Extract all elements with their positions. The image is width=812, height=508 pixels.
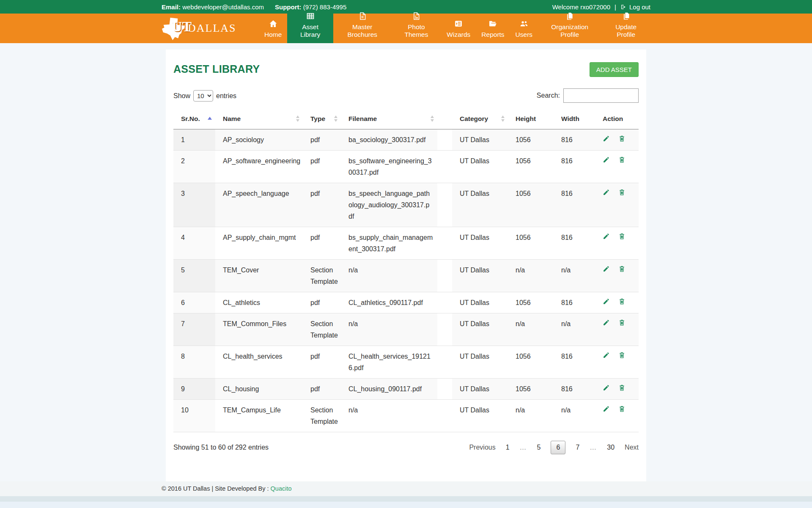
nav-item[interactable]: Asset Library bbox=[287, 14, 333, 43]
top-utility-bar: Email: webdeveloper@utdallas.comSupport:… bbox=[0, 0, 812, 14]
edit-button[interactable] bbox=[603, 189, 610, 196]
image-file-icon bbox=[412, 12, 420, 20]
table-info: Showing 51 to 60 of 292 entries bbox=[173, 444, 269, 451]
delete-button[interactable] bbox=[618, 189, 625, 196]
edit-button[interactable] bbox=[603, 135, 610, 142]
email-label: Email: bbox=[162, 3, 181, 11]
empty-cell bbox=[437, 400, 452, 432]
delete-button[interactable] bbox=[618, 405, 625, 412]
page-number[interactable]: 30 bbox=[607, 444, 614, 451]
table-icon bbox=[306, 12, 315, 20]
nav-item[interactable]: Reports bbox=[476, 14, 510, 43]
table-row: 1 AP_sociology pdf ba_sociology_300317.p… bbox=[173, 129, 639, 151]
delete-button[interactable] bbox=[618, 384, 625, 391]
nav-item[interactable]: Master Brochures bbox=[333, 14, 392, 43]
type-cell: Section Template bbox=[303, 260, 341, 292]
srno-cell: 4 bbox=[173, 227, 215, 260]
add-asset-button[interactable]: ADD ASSET bbox=[590, 62, 639, 77]
edit-button[interactable] bbox=[603, 384, 610, 391]
delete-button[interactable] bbox=[618, 298, 625, 305]
column-header[interactable]: Name bbox=[215, 109, 303, 129]
height-cell: 1056 bbox=[508, 346, 554, 379]
srno-cell: 5 bbox=[173, 260, 215, 292]
nav-item[interactable]: Organization Profile bbox=[538, 14, 601, 43]
column-header[interactable]: Width bbox=[554, 109, 595, 129]
search-input[interactable] bbox=[563, 88, 639, 103]
delete-button[interactable] bbox=[618, 135, 625, 142]
trash-icon bbox=[618, 298, 625, 305]
width-cell: 816 bbox=[554, 346, 595, 379]
delete-button[interactable] bbox=[618, 233, 625, 240]
column-header[interactable]: Height bbox=[508, 109, 554, 129]
page-number[interactable]: 6 bbox=[551, 441, 565, 454]
name-cell: TEM_Cover bbox=[215, 260, 303, 292]
action-cell bbox=[595, 227, 639, 260]
trash-icon bbox=[618, 156, 625, 163]
nav-item-label: Wizards bbox=[447, 31, 470, 38]
footer-divider bbox=[0, 496, 812, 502]
delete-button[interactable] bbox=[618, 156, 625, 163]
delete-button[interactable] bbox=[618, 265, 625, 272]
width-cell: 816 bbox=[554, 183, 595, 227]
delete-button[interactable] bbox=[618, 351, 625, 359]
page-number[interactable]: 1 bbox=[506, 444, 510, 451]
action-cell bbox=[595, 292, 639, 313]
logout-link[interactable]: Log out bbox=[620, 3, 650, 11]
edit-button[interactable] bbox=[603, 156, 610, 163]
name-cell: CL_athletics bbox=[215, 292, 303, 313]
next-button[interactable]: Next bbox=[625, 444, 639, 451]
utdallas-logo[interactable]: UT DALLAS bbox=[162, 14, 259, 43]
column-header[interactable]: Sr.No. bbox=[173, 109, 215, 129]
edit-button[interactable] bbox=[603, 298, 610, 305]
nav-item-label: Asset Library bbox=[293, 23, 328, 38]
trash-icon bbox=[618, 265, 625, 272]
height-cell: n/a bbox=[508, 400, 554, 432]
edit-button[interactable] bbox=[603, 319, 610, 326]
footer: © 2016 UT Dallas | Site Developed By : Q… bbox=[0, 481, 812, 496]
filename-cell: ba_sociology_300317.pdf bbox=[341, 129, 437, 151]
edit-button[interactable] bbox=[603, 265, 610, 272]
filename-cell: n/a bbox=[341, 260, 437, 292]
developer-link[interactable]: Quacito bbox=[271, 485, 292, 492]
edit-button[interactable] bbox=[603, 405, 610, 412]
nav-item-label: Master Brochures bbox=[339, 23, 386, 38]
category-cell: UT Dallas bbox=[452, 400, 508, 432]
main-area: ASSET LIBRARY ADD ASSET Show10entries Se… bbox=[0, 43, 812, 481]
nav-item[interactable]: Home bbox=[259, 14, 287, 43]
edit-button[interactable] bbox=[603, 351, 610, 359]
width-cell: n/a bbox=[554, 400, 595, 432]
height-cell: 1056 bbox=[508, 129, 554, 151]
column-header[interactable] bbox=[437, 109, 452, 129]
nav-item-label: Update Profile bbox=[607, 23, 645, 38]
table-row: 10 TEM_Campus_Life Section Template n/a … bbox=[173, 400, 639, 432]
page-number[interactable]: 7 bbox=[576, 444, 579, 451]
home-icon bbox=[269, 19, 277, 28]
previous-button[interactable]: Previous bbox=[469, 444, 495, 451]
page-length-select[interactable]: 10 bbox=[193, 90, 213, 102]
nav-item[interactable]: Update Profile bbox=[601, 14, 650, 43]
delete-button[interactable] bbox=[618, 319, 625, 326]
column-header[interactable]: Action bbox=[595, 109, 639, 129]
page-number[interactable]: 5 bbox=[537, 444, 541, 451]
action-cell bbox=[595, 183, 639, 227]
empty-cell bbox=[437, 183, 452, 227]
column-header[interactable]: Category bbox=[452, 109, 508, 129]
category-cell: UT Dallas bbox=[452, 292, 508, 313]
nav-item[interactable]: Photo Themes bbox=[392, 14, 442, 43]
nav-item[interactable]: Users bbox=[510, 14, 538, 43]
height-cell: n/a bbox=[508, 260, 554, 292]
width-cell: n/a bbox=[554, 313, 595, 346]
table-row: 2 AP_software_engineering pdf bs_softwar… bbox=[173, 151, 639, 183]
column-header[interactable]: Filename bbox=[341, 109, 437, 129]
action-cell bbox=[595, 400, 639, 432]
column-header[interactable]: Type bbox=[303, 109, 341, 129]
nav-item[interactable]: Wizards bbox=[441, 14, 476, 43]
edit-button[interactable] bbox=[603, 233, 610, 240]
name-cell: AP_sociology bbox=[215, 129, 303, 151]
srno-cell: 9 bbox=[173, 379, 215, 400]
pdf-file-icon bbox=[358, 12, 367, 20]
type-cell: pdf bbox=[303, 129, 341, 151]
trash-icon bbox=[618, 233, 625, 240]
filename-cell: CL_housing_090117.pdf bbox=[341, 379, 437, 400]
table-row: 5 TEM_Cover Section Template n/a UT Dall… bbox=[173, 260, 639, 292]
